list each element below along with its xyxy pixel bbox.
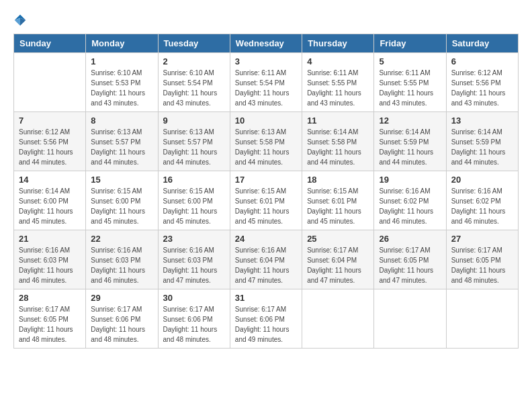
calendar-cell: 3Sunrise: 6:11 AM Sunset: 5:54 PM Daylig…	[230, 53, 302, 112]
calendar-day-header: Tuesday	[158, 34, 230, 53]
day-number: 19	[379, 175, 441, 185]
logo-icon	[13, 13, 27, 27]
day-number: 27	[451, 234, 513, 244]
day-info: Sunrise: 6:17 AM Sunset: 6:05 PM Dayligh…	[451, 245, 513, 285]
day-number: 2	[163, 56, 225, 66]
day-number: 1	[91, 56, 152, 66]
day-number: 18	[307, 175, 369, 185]
day-info: Sunrise: 6:17 AM Sunset: 6:06 PM Dayligh…	[91, 304, 152, 345]
day-info: Sunrise: 6:12 AM Sunset: 5:56 PM Dayligh…	[19, 127, 81, 167]
day-number: 7	[19, 116, 81, 126]
day-number: 28	[19, 293, 81, 303]
svg-marker-1	[20, 18, 26, 26]
day-info: Sunrise: 6:15 AM Sunset: 6:00 PM Dayligh…	[91, 186, 152, 226]
day-info: Sunrise: 6:13 AM Sunset: 5:57 PM Dayligh…	[91, 127, 152, 167]
day-info: Sunrise: 6:17 AM Sunset: 6:06 PM Dayligh…	[235, 304, 297, 345]
calendar-cell: 31Sunrise: 6:17 AM Sunset: 6:06 PM Dayli…	[230, 289, 302, 349]
day-info: Sunrise: 6:11 AM Sunset: 5:54 PM Dayligh…	[235, 68, 297, 108]
calendar-day-header: Wednesday	[230, 34, 302, 53]
day-number: 23	[163, 234, 225, 244]
day-info: Sunrise: 6:13 AM Sunset: 5:57 PM Dayligh…	[163, 127, 225, 167]
day-number: 10	[235, 116, 297, 126]
day-info: Sunrise: 6:11 AM Sunset: 5:55 PM Dayligh…	[379, 68, 441, 108]
calendar-cell: 29Sunrise: 6:17 AM Sunset: 6:06 PM Dayli…	[86, 289, 158, 349]
day-number: 31	[235, 293, 297, 303]
calendar-cell: 20Sunrise: 6:16 AM Sunset: 6:02 PM Dayli…	[446, 171, 518, 230]
calendar-week-row: 21Sunrise: 6:16 AM Sunset: 6:03 PM Dayli…	[14, 230, 519, 289]
calendar-header-row: SundayMondayTuesdayWednesdayThursdayFrid…	[14, 34, 519, 53]
day-info: Sunrise: 6:16 AM Sunset: 6:03 PM Dayligh…	[91, 245, 152, 285]
calendar-cell: 22Sunrise: 6:16 AM Sunset: 6:03 PM Dayli…	[86, 230, 158, 289]
calendar-cell: 4Sunrise: 6:11 AM Sunset: 5:55 PM Daylig…	[302, 53, 374, 112]
calendar-day-header: Monday	[86, 34, 158, 53]
day-number: 5	[379, 56, 441, 66]
calendar-day-header: Saturday	[446, 34, 518, 53]
calendar-cell: 5Sunrise: 6:11 AM Sunset: 5:55 PM Daylig…	[374, 53, 446, 112]
calendar-cell: 23Sunrise: 6:16 AM Sunset: 6:03 PM Dayli…	[158, 230, 230, 289]
calendar-cell	[446, 289, 518, 349]
svg-marker-2	[15, 18, 20, 26]
calendar-cell: 7Sunrise: 6:12 AM Sunset: 5:56 PM Daylig…	[14, 112, 86, 171]
calendar-cell	[374, 289, 446, 349]
calendar-cell: 16Sunrise: 6:15 AM Sunset: 6:00 PM Dayli…	[158, 171, 230, 230]
calendar-cell	[14, 53, 86, 112]
day-number: 16	[163, 175, 225, 185]
day-info: Sunrise: 6:10 AM Sunset: 5:53 PM Dayligh…	[91, 68, 152, 108]
logo	[13, 13, 30, 27]
day-number: 4	[307, 56, 369, 66]
calendar-cell: 6Sunrise: 6:12 AM Sunset: 5:56 PM Daylig…	[446, 53, 518, 112]
calendar-cell: 13Sunrise: 6:14 AM Sunset: 5:59 PM Dayli…	[446, 112, 518, 171]
day-info: Sunrise: 6:14 AM Sunset: 5:59 PM Dayligh…	[379, 127, 441, 167]
calendar-cell: 30Sunrise: 6:17 AM Sunset: 6:06 PM Dayli…	[158, 289, 230, 349]
calendar-day-header: Sunday	[14, 34, 86, 53]
day-info: Sunrise: 6:16 AM Sunset: 6:02 PM Dayligh…	[451, 186, 513, 226]
calendar-cell: 21Sunrise: 6:16 AM Sunset: 6:03 PM Dayli…	[14, 230, 86, 289]
calendar-cell: 17Sunrise: 6:15 AM Sunset: 6:01 PM Dayli…	[230, 171, 302, 230]
calendar-cell: 18Sunrise: 6:15 AM Sunset: 6:01 PM Dayli…	[302, 171, 374, 230]
calendar-cell: 15Sunrise: 6:15 AM Sunset: 6:00 PM Dayli…	[86, 171, 158, 230]
day-info: Sunrise: 6:11 AM Sunset: 5:55 PM Dayligh…	[307, 68, 369, 108]
calendar-cell: 27Sunrise: 6:17 AM Sunset: 6:05 PM Dayli…	[446, 230, 518, 289]
day-info: Sunrise: 6:17 AM Sunset: 6:06 PM Dayligh…	[163, 304, 225, 345]
day-number: 22	[91, 234, 152, 244]
day-number: 24	[235, 234, 297, 244]
calendar-cell: 19Sunrise: 6:16 AM Sunset: 6:02 PM Dayli…	[374, 171, 446, 230]
calendar-cell: 26Sunrise: 6:17 AM Sunset: 6:05 PM Dayli…	[374, 230, 446, 289]
day-number: 29	[91, 293, 152, 303]
calendar-cell: 14Sunrise: 6:14 AM Sunset: 6:00 PM Dayli…	[14, 171, 86, 230]
day-info: Sunrise: 6:15 AM Sunset: 6:01 PM Dayligh…	[235, 186, 297, 226]
day-number: 21	[19, 234, 81, 244]
calendar-week-row: 7Sunrise: 6:12 AM Sunset: 5:56 PM Daylig…	[14, 112, 519, 171]
calendar-cell: 2Sunrise: 6:10 AM Sunset: 5:54 PM Daylig…	[158, 53, 230, 112]
day-info: Sunrise: 6:13 AM Sunset: 5:58 PM Dayligh…	[235, 127, 297, 167]
day-info: Sunrise: 6:14 AM Sunset: 5:59 PM Dayligh…	[451, 127, 513, 167]
day-number: 8	[91, 116, 152, 126]
day-info: Sunrise: 6:16 AM Sunset: 6:04 PM Dayligh…	[235, 245, 297, 285]
day-info: Sunrise: 6:10 AM Sunset: 5:54 PM Dayligh…	[163, 68, 225, 108]
day-number: 26	[379, 234, 441, 244]
calendar-cell	[302, 289, 374, 349]
day-info: Sunrise: 6:16 AM Sunset: 6:02 PM Dayligh…	[379, 186, 441, 226]
day-number: 6	[451, 56, 513, 66]
calendar-cell: 12Sunrise: 6:14 AM Sunset: 5:59 PM Dayli…	[374, 112, 446, 171]
calendar-day-header: Thursday	[302, 34, 374, 53]
day-info: Sunrise: 6:12 AM Sunset: 5:56 PM Dayligh…	[451, 68, 513, 108]
page-header	[13, 13, 519, 27]
day-number: 13	[451, 116, 513, 126]
calendar-cell: 9Sunrise: 6:13 AM Sunset: 5:57 PM Daylig…	[158, 112, 230, 171]
day-number: 3	[235, 56, 297, 66]
day-info: Sunrise: 6:17 AM Sunset: 6:05 PM Dayligh…	[379, 245, 441, 285]
day-info: Sunrise: 6:16 AM Sunset: 6:03 PM Dayligh…	[19, 245, 81, 285]
day-number: 9	[163, 116, 225, 126]
calendar-week-row: 14Sunrise: 6:14 AM Sunset: 6:00 PM Dayli…	[14, 171, 519, 230]
day-info: Sunrise: 6:16 AM Sunset: 6:03 PM Dayligh…	[163, 245, 225, 285]
calendar-cell: 1Sunrise: 6:10 AM Sunset: 5:53 PM Daylig…	[86, 53, 158, 112]
day-number: 25	[307, 234, 369, 244]
calendar-cell: 8Sunrise: 6:13 AM Sunset: 5:57 PM Daylig…	[86, 112, 158, 171]
day-info: Sunrise: 6:15 AM Sunset: 6:00 PM Dayligh…	[163, 186, 225, 226]
calendar-week-row: 1Sunrise: 6:10 AM Sunset: 5:53 PM Daylig…	[14, 53, 519, 112]
day-info: Sunrise: 6:14 AM Sunset: 6:00 PM Dayligh…	[19, 186, 81, 226]
calendar-cell: 10Sunrise: 6:13 AM Sunset: 5:58 PM Dayli…	[230, 112, 302, 171]
day-info: Sunrise: 6:17 AM Sunset: 6:04 PM Dayligh…	[307, 245, 369, 285]
calendar-cell: 11Sunrise: 6:14 AM Sunset: 5:58 PM Dayli…	[302, 112, 374, 171]
